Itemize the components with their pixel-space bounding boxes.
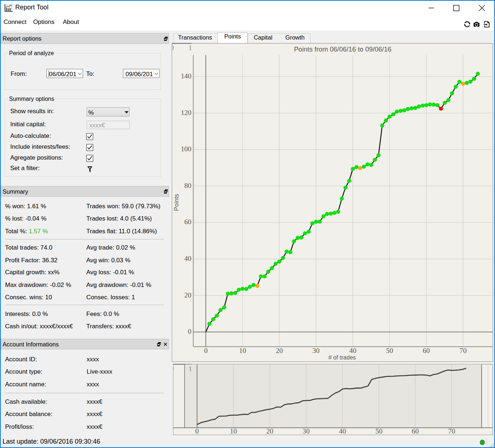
svg-text:40: 40 [184, 255, 191, 262]
svg-text:20: 20 [266, 427, 273, 435]
svg-text:10: 10 [239, 347, 246, 354]
svg-text:0: 0 [204, 347, 208, 354]
svg-text:140: 140 [181, 72, 191, 80]
svg-text:0: 0 [195, 427, 199, 435]
svg-text:70: 70 [459, 347, 467, 354]
svg-text:50: 50 [375, 427, 383, 435]
svg-text:60: 60 [184, 218, 191, 226]
svg-text:60: 60 [412, 427, 419, 435]
svg-text:Points: Points [173, 194, 180, 211]
svg-text:10: 10 [230, 427, 237, 435]
svg-text:1: 1 [189, 44, 192, 52]
svg-text:70: 70 [448, 427, 455, 435]
svg-text:80: 80 [184, 182, 191, 189]
svg-text:60: 60 [423, 347, 430, 354]
svg-text:1: 1 [189, 365, 192, 373]
svg-text:100: 100 [181, 145, 191, 153]
svg-text:40: 40 [339, 427, 346, 435]
svg-text:0: 0 [188, 328, 191, 335]
svg-text:50: 50 [386, 347, 393, 354]
svg-text:20: 20 [276, 347, 283, 354]
svg-text:120: 120 [181, 109, 191, 116]
svg-text:30: 30 [303, 427, 310, 435]
svg-text:20: 20 [184, 291, 191, 299]
svg-text:# of trades: # of trades [329, 354, 356, 361]
svg-text:30: 30 [313, 347, 320, 354]
svg-text:40: 40 [349, 347, 356, 354]
svg-text:Points from 06/06/16 to 09/06/: Points from 06/06/16 to 09/06/16 [294, 45, 391, 53]
